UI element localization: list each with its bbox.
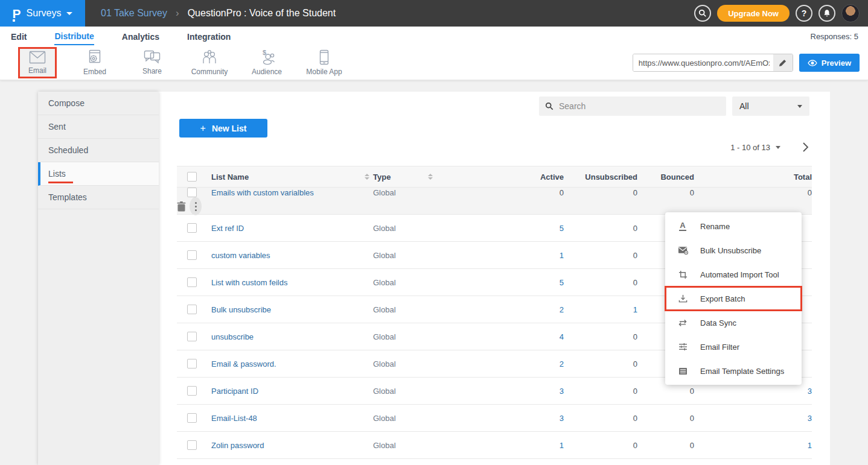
row-checkbox[interactable] [187,188,197,197]
row-checkbox[interactable] [187,277,197,287]
sidebar-item[interactable]: Compose [38,92,159,115]
unsubscribed-count[interactable]: 1 [564,305,637,314]
tab-edit[interactable]: Edit [11,28,27,45]
total-count[interactable]: 3 [694,414,812,423]
list-name-link[interactable]: Email-List-48 [211,414,257,423]
col-type[interactable]: Type [373,172,391,182]
active-count[interactable]: 4 [461,332,564,341]
sidebar-item-label: Sent [48,122,66,131]
tab-integration[interactable]: Integration [187,28,231,45]
notifications-bell-icon[interactable] [819,5,835,22]
active-count[interactable]: 3 [461,414,564,423]
bounced-count[interactable]: 0 [637,414,694,423]
list-name-link[interactable]: List with custom feilds [211,278,287,287]
search-icon[interactable] [694,5,711,22]
active-count[interactable]: 0 [461,188,564,197]
help-icon[interactable]: ? [796,5,812,22]
breadcrumb-survey-link[interactable]: 01 Take Survey [101,8,167,19]
unsubscribed-count[interactable]: 0 [564,224,637,233]
toolbar-item-audience[interactable]: $ Audience [247,47,286,78]
active-count[interactable]: 3 [461,387,564,396]
active-count[interactable]: 1 [461,441,564,450]
row-checkbox[interactable] [187,413,197,423]
unsubscribed-count[interactable]: 0 [564,251,637,260]
toolbar-item-community[interactable]: Community [190,47,229,78]
unsubscribed-count[interactable]: 0 [564,441,637,450]
list-filter-dropdown[interactable]: All [732,96,809,116]
row-checkbox[interactable] [187,386,197,396]
active-count[interactable]: 1 [461,251,564,260]
edit-url-pencil-icon[interactable] [773,54,793,71]
select-all-checkbox[interactable] [187,172,197,182]
row-menu-dots-icon[interactable] [190,197,202,215]
active-count[interactable]: 5 [461,224,564,233]
total-count[interactable]: 3 [694,387,812,396]
data-sync-icon [677,319,688,327]
preview-button[interactable]: Preview [799,54,860,72]
eye-icon [808,60,817,66]
active-count[interactable]: 2 [461,359,564,369]
menu-item-bulk-unsubscribe[interactable]: Bulk Unsubscribe [665,238,802,262]
unsubscribed-count[interactable]: 0 [564,188,637,197]
toolbar-item-embed[interactable]: Embed [75,47,114,78]
sort-icon[interactable] [365,174,369,180]
survey-url-input[interactable] [633,54,773,71]
search-input[interactable] [559,101,720,111]
list-name-link[interactable]: Ext ref ID [211,224,244,233]
total-count[interactable]: 1 [694,441,812,450]
active-count[interactable]: 5 [461,278,564,287]
tab-distribute[interactable]: Distribute [54,28,94,45]
col-list-name[interactable]: List Name [211,172,249,182]
toolbar-item-mobile-app[interactable]: Mobile App [305,47,343,78]
sidebar-item[interactable]: Templates [38,186,159,209]
unsubscribed-count[interactable]: 0 [564,332,637,341]
menu-item-rename[interactable]: A Rename [665,214,802,238]
list-name-link[interactable]: Emails with custom varialbles [211,188,314,197]
product-switcher[interactable]: P Surveys [0,0,85,27]
bounced-count[interactable]: 0 [637,188,694,197]
delete-trash-icon[interactable] [177,201,186,212]
list-name-link[interactable]: unsubscribe [211,332,254,341]
list-name-link[interactable]: custom variables [211,251,270,260]
sidebar-item[interactable]: Scheduled [38,139,159,162]
new-list-label: New List [212,124,247,133]
page-range-dropdown[interactable]: 1 - 10 of 13 [730,143,780,152]
toolbar-item-email[interactable]: Email [18,47,57,78]
list-name-link[interactable]: Zolin password [211,441,264,450]
unsubscribed-count[interactable]: 0 [564,414,637,423]
survey-tabs: Edit Distribute Analytics Integration Re… [0,27,868,46]
row-checkbox[interactable] [187,332,197,341]
row-checkbox[interactable] [187,440,197,450]
bounced-count[interactable]: 0 [637,387,694,396]
tab-analytics[interactable]: Analytics [122,28,159,45]
unsubscribed-count[interactable]: 0 [564,278,637,287]
row-checkbox[interactable] [187,223,197,233]
menu-item-automated-import-tool[interactable]: Automated Import Tool [665,262,802,286]
sort-icon[interactable] [428,174,433,180]
row-checkbox[interactable] [187,305,197,314]
header-actions: Upgrade Now ? [694,0,860,27]
list-type: Global [373,441,396,450]
total-count[interactable]: 0 [694,188,812,197]
list-name-link[interactable]: Participant ID [211,387,258,396]
sidebar-item[interactable]: Lists [38,162,159,186]
list-name-link[interactable]: Bulk unsubscribe [211,305,271,314]
menu-item-email-template-settings[interactable]: Email Template Settings [665,359,802,383]
active-count[interactable]: 2 [461,305,564,314]
menu-item-data-sync[interactable]: Data Sync [665,311,802,335]
next-page-chevron-icon[interactable] [801,142,809,152]
row-checkbox[interactable] [187,359,197,369]
bounced-count[interactable]: 0 [637,441,694,450]
unsubscribed-count[interactable]: 0 [564,359,637,369]
responses-count: Responses: 5 [811,32,859,41]
row-checkbox[interactable] [187,250,197,260]
new-list-button[interactable]: + New List [179,119,267,138]
toolbar-item-share[interactable]: Share [133,47,171,78]
upgrade-now-button[interactable]: Upgrade Now [717,5,790,22]
unsubscribed-count[interactable]: 0 [564,387,637,396]
menu-item-email-filter[interactable]: Email Filter [665,335,802,359]
user-avatar[interactable] [841,4,860,22]
sidebar-item[interactable]: Sent [38,115,159,139]
list-name-link[interactable]: Email & password. [211,359,276,369]
menu-item-export-batch[interactable]: Export Batch [665,286,802,311]
